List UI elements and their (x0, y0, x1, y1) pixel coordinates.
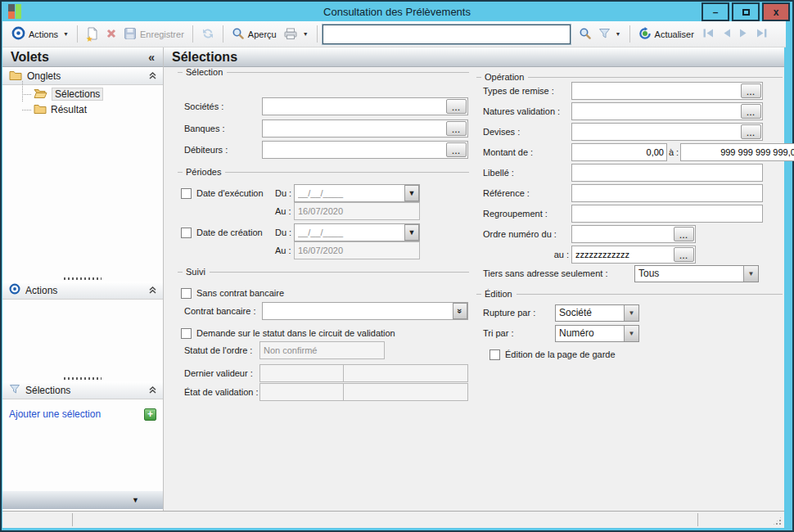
save-button[interactable]: Enregistrer (120, 25, 187, 44)
new-button[interactable]: ★ (83, 25, 102, 44)
tree-item-resultat-label: Résultat (51, 104, 87, 115)
minimize-button[interactable]: – (702, 2, 729, 21)
natures-validation-input[interactable] (573, 103, 740, 119)
search-input[interactable] (323, 25, 571, 44)
splitter-handle[interactable] (64, 377, 102, 380)
contrat-bancaire-input[interactable] (264, 303, 453, 319)
regroupement-input[interactable] (573, 205, 762, 222)
date-dropdown-button[interactable]: ▼ (404, 185, 419, 201)
maximize-button[interactable] (732, 2, 760, 21)
filter-button[interactable]: ▼ (595, 25, 625, 43)
devises-browse-button[interactable]: ... (741, 124, 761, 139)
chevron-down-icon: ▼ (132, 496, 139, 504)
group-header-actions[interactable]: Actions (2, 282, 163, 300)
double-chevron-down-button[interactable]: » (453, 303, 467, 319)
nav-previous-button[interactable] (721, 28, 732, 40)
debiteurs-field: ... (262, 141, 468, 159)
nav-next-button[interactable] (738, 28, 749, 40)
delete-button[interactable] (102, 25, 120, 43)
date-execution-du-input[interactable] (295, 185, 404, 201)
devises-input[interactable] (573, 124, 740, 140)
group-header-selections[interactable]: Sélections (2, 381, 163, 399)
societes-input[interactable] (264, 98, 445, 115)
etat-validation-label: État de validation : (184, 387, 259, 397)
group-periodes-title: Périodes (186, 167, 221, 177)
ordre-numero-browse-button[interactable]: ... (674, 227, 694, 241)
natures-validation-browse-button[interactable]: ... (741, 104, 761, 119)
preview-button[interactable]: Aperçu (228, 25, 280, 44)
window-title: Consultation des Prélèvements (2, 6, 792, 18)
au-label: Au : (275, 246, 294, 255)
montant-de-input[interactable] (573, 144, 666, 160)
devises-label: Devises : (483, 127, 571, 137)
chevron-double-up-icon[interactable] (149, 70, 156, 82)
date-creation-checkbox[interactable] (181, 228, 192, 238)
tri-label: Tri par : (483, 328, 555, 338)
open-folder-icon (34, 88, 47, 101)
sans-contrat-checkbox[interactable] (181, 288, 192, 299)
ordre-numero-input[interactable] (573, 226, 673, 242)
reference-input[interactable] (573, 185, 762, 201)
refresh-icon (201, 27, 214, 42)
debiteurs-browse-button[interactable]: ... (446, 142, 467, 157)
debiteurs-input[interactable] (264, 142, 445, 158)
date-execution-au-value: 16/07/2020 (294, 202, 420, 220)
libelle-input[interactable] (573, 165, 762, 181)
maximize-icon (742, 9, 750, 16)
societes-browse-button[interactable]: ... (446, 99, 467, 114)
dernier-valideur-label: Dernier valideur : (184, 368, 259, 378)
add-plus-button[interactable]: + (144, 408, 156, 421)
target-icon (9, 283, 20, 297)
types-remise-input[interactable] (573, 83, 740, 99)
chevron-double-up-icon[interactable] (149, 285, 156, 296)
au-label: Au : (275, 206, 294, 216)
nav-last-button[interactable] (756, 28, 768, 40)
chevron-down-icon: ▼ (743, 266, 758, 282)
date-dropdown-button[interactable]: ▼ (404, 224, 419, 241)
group-edition-title: Édition (485, 289, 512, 299)
actions-menu-button[interactable]: Actions ▼ (8, 24, 72, 44)
statut-ordre-value: Non confirmé (259, 341, 385, 359)
montant-a-input[interactable] (682, 144, 794, 160)
date-creation-du-input[interactable] (295, 224, 404, 241)
tree-item-selections[interactable]: Sélections (2, 86, 163, 101)
tri-dropdown[interactable]: Numéro ▼ (555, 325, 639, 342)
demande-statut-checkbox[interactable] (181, 328, 192, 339)
refresh-button[interactable] (198, 25, 218, 44)
banques-row: Banques : ... (184, 119, 468, 138)
resize-grip[interactable] (772, 516, 783, 526)
tree-item-resultat[interactable]: Résultat (2, 101, 163, 117)
banques-input[interactable] (264, 120, 445, 137)
ordre-au-browse-button[interactable]: ... (674, 247, 694, 262)
add-selection-link[interactable]: Ajouter une sélection (9, 408, 101, 420)
print-button[interactable]: ▼ (280, 25, 312, 44)
group-header-onglets[interactable]: Onglets (2, 67, 163, 85)
search-button[interactable] (575, 25, 595, 44)
close-button[interactable]: x (762, 2, 790, 21)
splitter-handle[interactable] (64, 277, 102, 280)
collapse-sidebar-button[interactable]: « (143, 51, 160, 64)
banques-browse-button[interactable]: ... (446, 121, 467, 136)
natures-validation-field: ... (571, 102, 763, 120)
chevron-double-up-icon[interactable] (149, 385, 156, 396)
date-execution-row: Date d'exécution Du : ▼ (181, 184, 420, 202)
types-remise-browse-button[interactable]: ... (741, 83, 761, 98)
ordre-numero-label: Ordre numéro du : (483, 229, 571, 239)
tiers-dropdown[interactable]: Tous ▼ (634, 265, 759, 282)
rupture-dropdown[interactable]: Société ▼ (555, 304, 639, 322)
tiers-dropdown-value: Tous (635, 268, 743, 279)
montant-row: Montant de : à : (483, 143, 763, 161)
ordre-au-input[interactable] (573, 246, 673, 263)
page-garde-checkbox[interactable] (489, 349, 500, 360)
refresh-data-button[interactable]: Actualiser (635, 25, 697, 44)
natures-validation-row: Natures validation : ... (483, 102, 763, 120)
du-label: Du : (275, 228, 294, 237)
group-edition: Édition (476, 289, 783, 299)
nav-first-button[interactable] (702, 28, 715, 40)
funnel-icon (598, 28, 611, 41)
date-execution-checkbox[interactable] (181, 188, 192, 199)
banques-field: ... (262, 119, 468, 138)
page-title-label: Sélections (172, 50, 237, 65)
sidebar-bottom-bar[interactable]: ▼ (2, 491, 163, 509)
ordre-au-row: au : ... (483, 246, 763, 264)
